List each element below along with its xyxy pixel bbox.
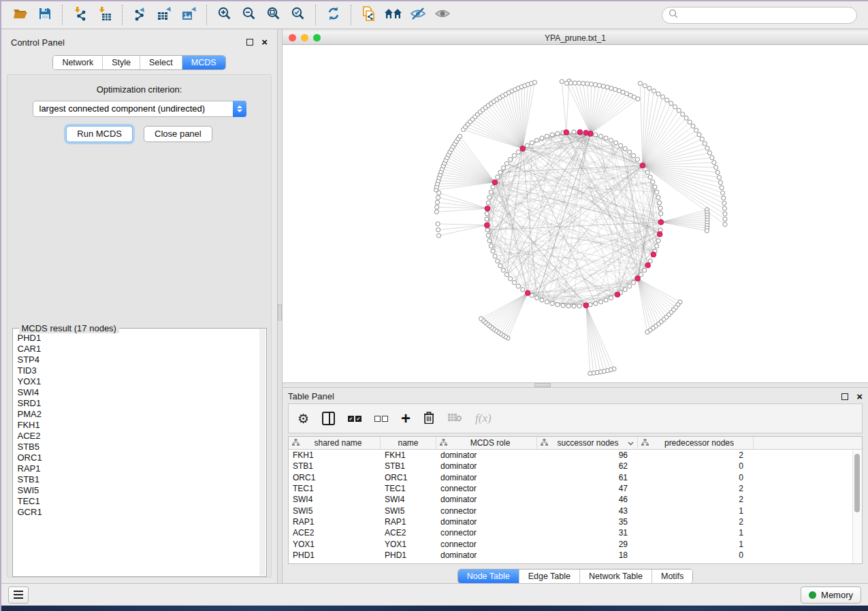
zoom-out-button[interactable] — [237, 4, 261, 26]
network-canvas[interactable] — [283, 45, 868, 382]
cell[interactable]: SWI5 — [381, 506, 436, 516]
column-header-successor-nodes[interactable]: successor nodes — [537, 437, 638, 449]
cell[interactable]: connector — [436, 528, 537, 538]
tab-select[interactable]: Select — [140, 56, 182, 69]
neighbors-button[interactable] — [381, 4, 406, 26]
search-box[interactable] — [662, 7, 857, 24]
splitter-handle[interactable] — [534, 383, 551, 387]
select-all-button[interactable]: ✔✔ — [348, 416, 361, 422]
mcds-result-item[interactable]: PMA2 — [18, 409, 265, 420]
close-panel-icon[interactable]: × — [261, 39, 268, 46]
cell[interactable]: 1 — [638, 506, 754, 516]
cell[interactable]: 2 — [638, 495, 754, 504]
tab-network-table[interactable]: Network Table — [579, 569, 652, 583]
tab-style[interactable]: Style — [102, 56, 140, 69]
import-network-button[interactable] — [68, 4, 93, 26]
horizontal-splitter[interactable] — [283, 382, 868, 388]
mcds-result-item[interactable]: YOX1 — [18, 376, 265, 387]
copy-share-button[interactable] — [357, 4, 381, 26]
mcds-result-item[interactable]: FKH1 — [18, 420, 265, 431]
mcds-result-item[interactable]: GCR1 — [18, 507, 265, 518]
cell[interactable]: 47 — [537, 484, 638, 493]
cell[interactable]: 2 — [638, 517, 754, 527]
mcds-result-item[interactable]: STB5 — [18, 442, 265, 452]
cell[interactable]: ORC1 — [381, 473, 436, 482]
maximize-window-icon[interactable] — [313, 34, 321, 42]
table-scrollbar-track[interactable] — [852, 450, 862, 563]
zoom-in-button[interactable] — [212, 4, 237, 26]
save-session-button[interactable] — [33, 4, 57, 26]
show-columns-button[interactable] — [322, 412, 335, 425]
cell[interactable]: RAP1 — [381, 517, 436, 527]
cell[interactable]: 2 — [638, 484, 754, 493]
tab-motifs[interactable]: Motifs — [652, 569, 692, 583]
run-mcds-button[interactable]: Run MCDS — [66, 126, 133, 142]
hide-selected-button[interactable] — [406, 4, 430, 26]
cell[interactable]: ACE2 — [381, 528, 436, 538]
cell[interactable]: 61 — [537, 473, 638, 482]
cell[interactable]: dominator — [436, 450, 537, 460]
cell[interactable]: YOX1 — [289, 540, 381, 549]
cell[interactable]: 35 — [537, 517, 638, 527]
zoom-fit-button[interactable] — [261, 4, 286, 26]
float-panel-icon[interactable] — [246, 39, 253, 46]
cell[interactable]: connector — [436, 540, 537, 549]
cell[interactable]: 62 — [537, 461, 638, 471]
mcds-result-item[interactable]: RAP1 — [18, 463, 265, 474]
mcds-result-item[interactable]: TID3 — [18, 365, 265, 376]
delete-table-button[interactable] — [447, 412, 462, 425]
close-panel-button[interactable]: Close panel — [144, 126, 212, 142]
cell[interactable]: dominator — [436, 550, 537, 560]
cell[interactable]: dominator — [436, 495, 537, 504]
cell[interactable]: FKH1 — [381, 450, 436, 460]
export-network-button[interactable] — [128, 4, 152, 26]
minimize-window-icon[interactable] — [301, 34, 308, 42]
column-header-MCDS-role[interactable]: MCDS role — [436, 437, 537, 449]
mcds-result-item[interactable]: CAR1 — [18, 344, 265, 354]
vertical-splitter[interactable] — [277, 29, 283, 583]
cell[interactable]: connector — [436, 506, 537, 516]
column-header-predecessor-nodes[interactable]: predecessor nodes — [638, 437, 754, 449]
mcds-result-item[interactable]: ORC1 — [18, 452, 265, 463]
column-header-name[interactable]: name — [381, 437, 436, 449]
table-row[interactable]: YOX1YOX1connector291 — [289, 538, 862, 549]
export-image-button[interactable] — [177, 4, 202, 26]
table-row[interactable]: SWI5SWI5connector431 — [289, 505, 862, 516]
tab-network[interactable]: Network — [53, 56, 102, 69]
splitter-handle[interactable] — [278, 304, 282, 320]
cell[interactable]: 2 — [638, 450, 754, 460]
open-session-button[interactable] — [8, 4, 33, 26]
task-history-button[interactable] — [8, 587, 29, 604]
mcds-result-item[interactable]: STP4 — [18, 354, 265, 365]
mcds-result-item[interactable]: STB1 — [18, 474, 265, 485]
mcds-result-list[interactable]: PHD1CAR1STP4TID3YOX1SWI4SRD1PMA2FKH1ACE2… — [13, 329, 266, 576]
cell[interactable]: 0 — [638, 461, 754, 471]
float-panel-icon[interactable] — [841, 393, 848, 400]
cell[interactable]: RAP1 — [289, 517, 381, 527]
table-row[interactable]: ACE2ACE2connector311 — [289, 527, 862, 538]
cell[interactable]: dominator — [436, 517, 537, 527]
cell[interactable]: connector — [436, 484, 537, 493]
cell[interactable]: 43 — [537, 506, 638, 516]
refresh-button[interactable] — [321, 4, 346, 26]
table-row[interactable]: SWI4SWI4dominator462 — [289, 494, 862, 505]
cell[interactable]: 96 — [537, 450, 638, 460]
cell[interactable]: TEC1 — [381, 484, 436, 493]
memory-button[interactable]: Memory — [801, 587, 861, 604]
mcds-result-item[interactable]: SRD1 — [18, 398, 265, 409]
cell[interactable]: ORC1 — [289, 473, 381, 482]
cell[interactable]: FKH1 — [289, 450, 381, 460]
mcds-result-item[interactable]: SWI4 — [18, 387, 265, 398]
cell[interactable]: STB1 — [381, 461, 436, 471]
cell[interactable]: SWI4 — [381, 495, 436, 504]
cell[interactable]: 0 — [638, 550, 754, 560]
tab-node-table[interactable]: Node Table — [458, 569, 519, 583]
close-window-icon[interactable] — [289, 34, 296, 42]
cell[interactable]: 29 — [537, 540, 638, 549]
show-all-button[interactable] — [430, 4, 455, 26]
cell[interactable]: SWI4 — [289, 495, 381, 504]
close-panel-icon[interactable]: × — [856, 393, 863, 400]
export-table-button[interactable] — [152, 4, 177, 26]
cell[interactable]: 46 — [537, 495, 638, 504]
mcds-result-item[interactable]: PHD1 — [18, 333, 265, 344]
